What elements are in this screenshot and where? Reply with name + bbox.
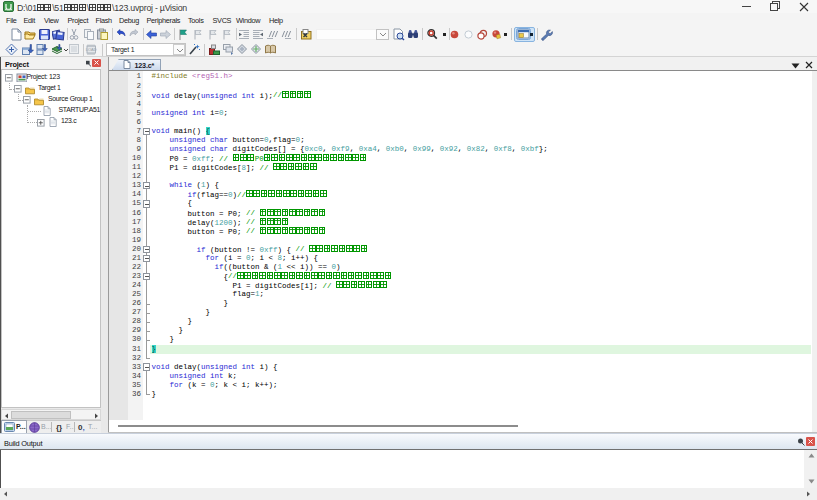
svg-text:LOAD: LOAD <box>86 47 97 52</box>
